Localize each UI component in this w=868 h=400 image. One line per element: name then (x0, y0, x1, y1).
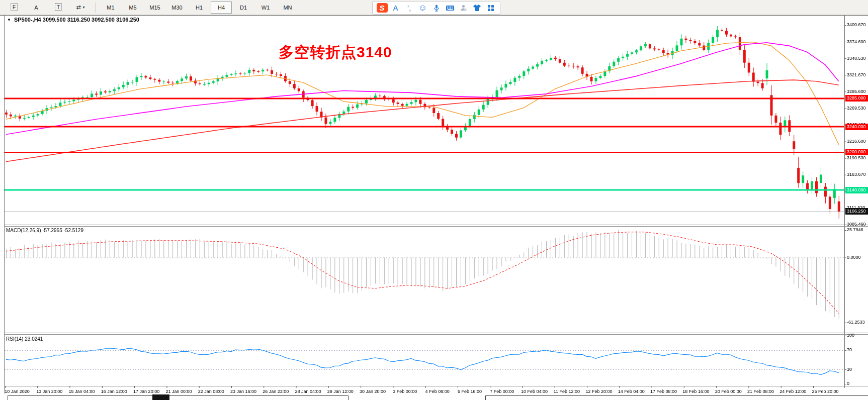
chart-annotation-text: 多空转折点3140 (279, 42, 392, 63)
symbol-ohlc-readout: SP500-,H4 3099.500 3116.250 3092.500 310… (14, 17, 139, 23)
timeframe-button-mn[interactable]: MN (277, 2, 298, 14)
price-line-label-3140: 3140.000 (845, 187, 868, 193)
timeframe-button-m5[interactable]: M5 (122, 2, 143, 14)
price-line-label-3240: 3240.000 (845, 124, 868, 130)
timeframe-group: M1M5M15M30H1H4D1W1MN (100, 2, 299, 14)
price-line-label-3200: 3200.000 (845, 149, 868, 155)
taskbar-strip (0, 394, 868, 400)
timeframe-button-m30[interactable]: M30 (166, 2, 188, 14)
ime-skin-icon[interactable] (470, 3, 484, 13)
timeframe-button-m1[interactable]: M1 (100, 2, 121, 14)
current-price-label: 3106.250 (845, 208, 868, 215)
ime-keyboard-icon[interactable] (443, 3, 457, 13)
ime-account-icon[interactable] (457, 3, 470, 13)
ime-punctuation-icon[interactable]: ’, (402, 3, 416, 13)
ime-toolbar: SA’,☺ (372, 1, 500, 15)
taskbar-button-left[interactable] (8, 395, 349, 400)
ime-emoji-icon[interactable]: ☺ (416, 3, 429, 13)
text-tool[interactable]: A (26, 2, 47, 14)
price-line-label-3285: 3285.000 (845, 95, 868, 102)
sogou-logo-icon[interactable]: S (375, 3, 389, 13)
rsi-indicator-label: RSI(14) 23.0241 (6, 336, 43, 342)
timeframe-button-m15[interactable]: M15 (144, 2, 165, 14)
ime-toolbox-icon[interactable] (484, 3, 497, 13)
timeframe-button-w1[interactable]: W1 (255, 2, 276, 14)
ime-voice-icon[interactable] (429, 3, 443, 13)
chart-canvas[interactable] (0, 0, 868, 400)
chart-title-row: ▼ SP500-,H4 3099.500 3116.250 3092.500 3… (7, 17, 139, 23)
chart-grid-tool[interactable]: F (4, 2, 25, 14)
ime-language-icon[interactable]: A (389, 3, 402, 13)
timeframe-button-h4[interactable]: H4 (211, 2, 232, 14)
taskbar-black-segment[interactable] (152, 394, 169, 400)
label-tool[interactable]: T (48, 2, 69, 14)
objects-order-tool[interactable]: ⇄▾ (70, 2, 91, 14)
timeframe-button-d1[interactable]: D1 (233, 2, 254, 14)
taskbar-button-right[interactable] (485, 395, 868, 400)
dropdown-caret-icon[interactable]: ▾ (83, 5, 85, 10)
macd-indicator-label: MACD(12,26,9) -57.2965 -52.5129 (6, 228, 83, 233)
toolbar-tools: FAT⇄▾ (3, 2, 92, 14)
collapse-chart-icon[interactable]: ▼ (7, 18, 11, 22)
toolbar-separator (95, 3, 96, 13)
timeframe-button-h1[interactable]: H1 (189, 2, 210, 14)
